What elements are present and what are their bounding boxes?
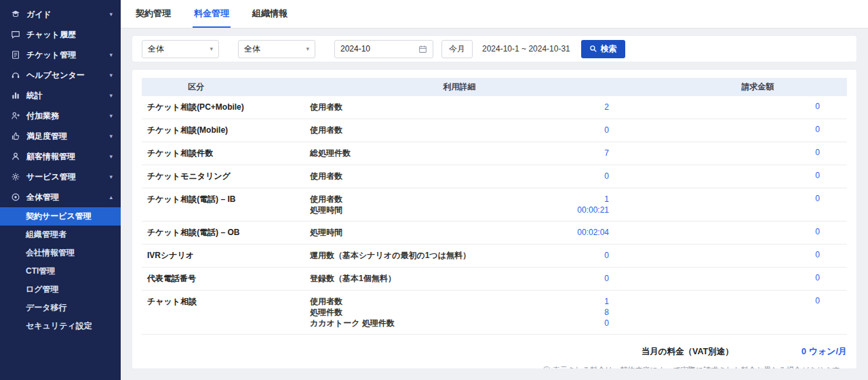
sidebar-item[interactable]: 付加業務▾: [0, 106, 121, 126]
month-picker-input[interactable]: 2024-10: [334, 40, 433, 58]
row-usage-details: 処理時間00:02:04: [250, 221, 669, 245]
table-row: チケット相談件数総処理件数70: [142, 142, 847, 165]
col-header-category: 区分: [142, 78, 250, 96]
billing-table: 区分 利用詳細 請求金額 チケット相談(PC+Mobile)使用者数20チケット…: [142, 78, 847, 335]
detail-line: 運用数（基本シナリオの最初の1つは無料）0: [310, 250, 609, 261]
row-category: チケット相談件数: [142, 142, 250, 165]
chevron-down-icon: ▾: [109, 11, 113, 18]
detail-label: 使用者数: [310, 125, 555, 135]
chevron-down-icon: ▾: [109, 51, 113, 58]
sidebar-item-label: 顧客情報管理: [26, 151, 109, 163]
table-header-row: 区分 利用詳細 請求金額: [142, 78, 847, 96]
detail-label: 処理件数: [310, 307, 555, 318]
detail-value: 0: [555, 125, 609, 135]
detail-value: 0: [555, 171, 609, 182]
detail-value: 00:00:21: [555, 205, 609, 215]
sidebar-subitem[interactable]: ログ管理: [0, 280, 121, 299]
row-usage-details: 登録数（基本1個無料）0: [250, 268, 669, 291]
sidebar: ガイド▾チャット履歴チケット管理▾ヘルプセンター▾統計▾付加業務▾満足度管理▾顧…: [0, 0, 121, 380]
row-category: チャット相談: [142, 291, 250, 335]
monthly-total-label: 当月の料金（VAT別途）: [642, 346, 734, 358]
filter-select-1-value: 全体: [148, 43, 205, 55]
detail-line: 使用者数0: [310, 125, 609, 135]
row-usage-details: 使用者数1処理時間00:00:21: [250, 188, 669, 221]
tab-organization-info[interactable]: 組織情報: [251, 0, 289, 28]
detail-line: カカオトーク 処理件数0: [310, 318, 609, 329]
detail-label: 使用者数: [310, 296, 555, 307]
sidebar-item-label: 統計: [26, 90, 109, 102]
service-icon: [9, 171, 21, 182]
row-category: チケット相談(PC+Mobile): [142, 96, 250, 119]
monthly-total: 当月の料金（VAT別途） 0 ウォン/月: [142, 345, 847, 358]
overall-icon: [9, 192, 21, 203]
row-category: IVRシナリオ: [142, 245, 250, 268]
row-billed-amount: 0: [669, 96, 847, 119]
table-row: チケット相談(電話) – IB使用者数1処理時間00:00:210: [142, 188, 847, 221]
sidebar-item[interactable]: チャット履歴: [0, 24, 121, 45]
detail-label: カカオトーク 処理件数: [310, 318, 555, 329]
table-row: IVRシナリオ運用数（基本シナリオの最初の1つは無料）00: [142, 245, 847, 268]
detail-line: 総処理件数7: [310, 148, 609, 159]
detail-value: 8: [555, 307, 609, 318]
detail-label: 使用者数: [310, 171, 555, 182]
detail-label: 総処理件数: [310, 148, 555, 159]
sidebar-subitem[interactable]: CTI管理: [0, 262, 121, 280]
sidebar-nav: ガイド▾チャット履歴チケット管理▾ヘルプセンター▾統計▾付加業務▾満足度管理▾顧…: [0, 4, 121, 335]
monthly-total-value: 0 ウォン/月: [802, 345, 847, 358]
sidebar-item[interactable]: ガイド▾: [0, 4, 121, 24]
guide-icon: [9, 9, 21, 20]
chevron-down-icon: ▾: [109, 92, 113, 99]
detail-value: 0: [555, 250, 609, 261]
chevron-down-icon: ▾: [306, 45, 309, 52]
filter-select-2[interactable]: 全体 ▾: [238, 40, 315, 58]
row-usage-details: 使用者数2: [250, 96, 669, 119]
detail-line: 登録数（基本1個無料）0: [310, 273, 609, 284]
sidebar-item-label: チャット履歴: [26, 29, 113, 41]
filter-select-1[interactable]: 全体 ▾: [142, 40, 219, 58]
chat-history-icon: [9, 29, 21, 40]
table-row: チケット相談(PC+Mobile)使用者数20: [142, 96, 847, 119]
sidebar-subitem[interactable]: 組織管理者: [0, 226, 121, 244]
row-category: チケット相談(電話) – IB: [142, 188, 250, 221]
detail-line: 使用者数2: [310, 102, 609, 112]
row-billed-amount: 0: [669, 291, 847, 335]
sidebar-item[interactable]: ヘルプセンター▾: [0, 65, 121, 85]
detail-line: 使用者数0: [310, 171, 609, 182]
stats-icon: [9, 90, 21, 101]
sidebar-item[interactable]: 統計▾: [0, 85, 121, 106]
detail-label: 使用者数: [310, 102, 555, 112]
detail-label: 処理時間: [310, 205, 555, 215]
tab-billing-management[interactable]: 料金管理: [193, 0, 231, 28]
today-button[interactable]: 今月: [441, 40, 473, 58]
filter-bar: 全体 ▾ 全体 ▾ 2024-10 今月 2024-10-1 ~ 2024-10…: [132, 35, 857, 62]
search-button[interactable]: 検索: [581, 40, 625, 58]
detail-line: 使用者数1: [310, 194, 609, 205]
chevron-down-icon: ▾: [109, 133, 113, 140]
table-row: チャット相談使用者数1処理件数8カカオトーク 処理件数00: [142, 291, 847, 335]
help-center-icon: [9, 70, 21, 81]
sidebar-item[interactable]: 満足度管理▾: [0, 126, 121, 146]
sidebar-item[interactable]: サービス管理▾: [0, 167, 121, 187]
sidebar-subitem[interactable]: 契約サービス管理: [0, 207, 121, 226]
col-header-billed-amount: 請求金額: [669, 78, 847, 96]
detail-value: 2: [555, 102, 609, 112]
sidebar-item[interactable]: 全体管理▴: [0, 187, 121, 207]
month-picker-value: 2024-10: [340, 44, 414, 54]
row-billed-amount: 0: [669, 188, 847, 221]
table-row: チケットモニタリング使用者数00: [142, 165, 847, 188]
app-root: ガイド▾チャット履歴チケット管理▾ヘルプセンター▾統計▾付加業務▾満足度管理▾顧…: [0, 0, 868, 380]
detail-line: 処理時間00:02:04: [310, 227, 609, 238]
chevron-down-icon: ▾: [109, 72, 113, 79]
billing-table-card: 区分 利用詳細 請求金額 チケット相談(PC+Mobile)使用者数20チケット…: [132, 69, 857, 369]
row-usage-details: 使用者数1処理件数8カカオトーク 処理件数0: [250, 291, 669, 335]
sidebar-subitem[interactable]: データ移行: [0, 299, 121, 317]
sidebar-subitem[interactable]: 会社情報管理: [0, 244, 121, 262]
sidebar-subitem[interactable]: セキュリティ設定: [0, 317, 121, 335]
detail-value: 7: [555, 148, 609, 159]
calendar-icon: [418, 45, 427, 54]
sidebar-item[interactable]: 顧客情報管理▾: [0, 146, 121, 167]
tab-contract-management[interactable]: 契約管理: [134, 0, 172, 28]
main-content: 契約管理 料金管理 組織情報 全体 ▾ 全体 ▾ 2024-10 今月 2024…: [121, 0, 868, 380]
row-billed-amount: 0: [669, 165, 847, 188]
sidebar-item[interactable]: チケット管理▾: [0, 45, 121, 65]
